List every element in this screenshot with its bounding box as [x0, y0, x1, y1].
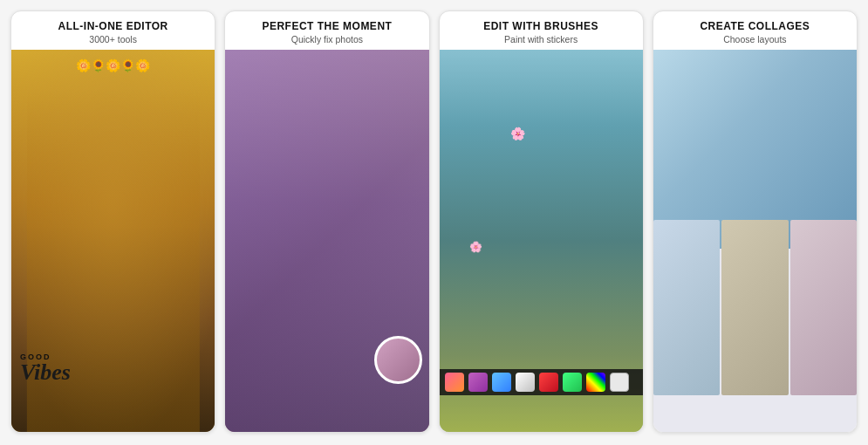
card4-title: CREATE COLLAGES	[660, 20, 850, 32]
brush-swatch-3[interactable]	[492, 373, 511, 392]
sticker-flowers-1: 🌸	[510, 127, 525, 140]
brush-swatch-rainbow[interactable]	[586, 373, 605, 392]
card1-subtitle: 3000+ tools	[18, 34, 208, 44]
sticker-flowers-2: 🌸	[469, 241, 482, 253]
card2-subtitle: Quickly fix photos	[232, 34, 421, 44]
circle-inset-portrait	[374, 336, 422, 384]
collage-cell-2	[721, 220, 788, 395]
card3-header: EDIT WITH BRUSHES Paint with stickers	[440, 11, 643, 50]
card2-photo	[225, 50, 428, 432]
card1-header: ALL-IN-ONE EDITOR 3000+ tools	[11, 11, 215, 50]
card1-image: 🌼🌻🌼🌻🌼 GOOD Vibes ⭐ Gold ⊞ Tools fx	[11, 50, 215, 432]
card4-photo	[653, 50, 857, 432]
card4-header: CREATE COLLAGES Choose layouts	[653, 11, 857, 50]
card3-title: EDIT WITH BRUSHES	[447, 20, 636, 32]
brush-swatch-2[interactable]	[468, 373, 488, 392]
card2-title: PERFECT THE MOMENT	[232, 20, 421, 32]
brush-swatch-erase[interactable]	[610, 373, 629, 392]
card-moment: PERFECT THE MOMENT Quickly fix photos 〜 …	[224, 10, 429, 433]
collage-cell-1	[653, 220, 720, 395]
brush-swatch-5[interactable]	[539, 373, 558, 392]
collage-cell-3	[790, 220, 857, 395]
card3-subtitle: Paint with stickers	[447, 34, 636, 44]
card2-header: PERFECT THE MOMENT Quickly fix photos	[225, 11, 428, 50]
card1-title: ALL-IN-ONE EDITOR	[18, 20, 208, 32]
app-container: ALL-IN-ONE EDITOR 3000+ tools 🌼🌻🌼🌻🌼 GOOD…	[0, 0, 868, 445]
flower-crown-decoration: 🌼🌻🌼🌻🌼	[76, 58, 150, 72]
card3-image: 🌸 🌸 ⊙ ⊚	[440, 50, 643, 432]
vibes-text: Vibes	[20, 359, 71, 385]
card4-subtitle: Choose layouts	[660, 34, 850, 44]
brush-palette-bar	[440, 369, 643, 395]
brush-swatch-6[interactable]	[563, 373, 582, 392]
card-editor: ALL-IN-ONE EDITOR 3000+ tools 🌼🌻🌼🌻🌼 GOOD…	[10, 10, 215, 433]
card3-photo: 🌸 🌸	[440, 50, 643, 432]
card-collages: CREATE COLLAGES Choose layouts INSTA SQU…	[653, 10, 858, 433]
card1-photo: 🌼🌻🌼🌻🌼 GOOD Vibes	[11, 50, 215, 432]
card-brushes: EDIT WITH BRUSHES Paint with stickers 🌸 …	[439, 10, 644, 433]
card2-image: 〜 Smooth ◎ Face Fix ◈ Details ✦ Blemish …	[225, 50, 428, 432]
card4-image: INSTA SQUARE INSTA PORTRAIT STORY FB PO.…	[653, 50, 857, 432]
brush-swatch-1[interactable]	[445, 373, 464, 392]
card1-overlay-text: GOOD Vibes	[20, 353, 71, 384]
collage-strip	[653, 220, 857, 395]
brush-swatch-4[interactable]	[516, 373, 535, 392]
